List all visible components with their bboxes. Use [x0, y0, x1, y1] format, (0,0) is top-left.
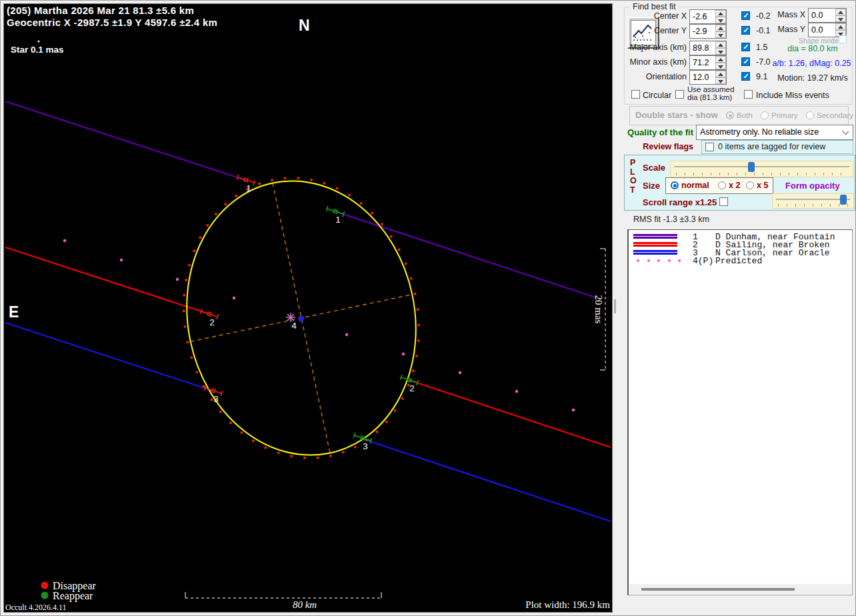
star-size-label: Star 0.1 mas: [11, 45, 64, 55]
chord-number-label: 1: [246, 183, 251, 193]
size-x2-radio[interactable]: [718, 181, 726, 189]
legend-swatch: [633, 257, 684, 264]
center-x-delta: -0.2: [756, 11, 771, 21]
spin-down-icon[interactable]: [715, 31, 726, 38]
double-stars-primary-label: Primary: [771, 111, 798, 119]
ellipse-dot: [401, 397, 403, 399]
orientation-delta: 9.1: [756, 72, 767, 81]
mass-y-label: Mass Y: [773, 25, 805, 34]
orientation-checkbox[interactable]: [741, 72, 750, 81]
spin-up-icon[interactable]: [715, 25, 726, 31]
double-stars-secondary-radio: [806, 111, 814, 119]
major-axis-input[interactable]: 89.8: [689, 41, 727, 55]
scale-slider[interactable]: [670, 161, 853, 177]
size-label: Size: [643, 181, 660, 191]
splitter-grip[interactable]: [614, 299, 616, 313]
minor-axis-input[interactable]: 71.2: [689, 55, 727, 70]
ellipse-dot: [417, 324, 419, 326]
fit-list-row[interactable]: 4(P) Predicted: [629, 257, 852, 265]
scroll-range-label: Scroll range x1.25: [643, 197, 717, 207]
center-x-checkbox[interactable]: [741, 11, 750, 20]
ellipse-dot: [317, 457, 319, 459]
motion-text: Motion: 19.27 km/s: [773, 73, 852, 83]
mass-x-input[interactable]: 0.0: [808, 8, 847, 23]
spin-down-icon[interactable]: [835, 15, 846, 22]
predicted-dot: [345, 333, 348, 336]
ellipse-dot: [415, 355, 417, 357]
ellipse-dot: [342, 451, 344, 453]
double-stars-title: Double stars - show: [635, 110, 718, 120]
scale-slider-thumb[interactable]: [748, 162, 755, 172]
size-x5-radio[interactable]: [746, 181, 754, 189]
include-miss-checkbox[interactable]: [744, 90, 753, 99]
disappear-dot-icon: [41, 582, 49, 589]
quality-label: Quality of the fit: [620, 127, 693, 137]
review-flags-text: 0 items are tagged for review: [718, 142, 825, 151]
ellipse-dot: [193, 250, 195, 252]
scroll-range-checkbox[interactable]: [719, 197, 728, 206]
center-x-input[interactable]: -2.6: [689, 9, 727, 24]
chord-number-label: 3: [363, 441, 368, 451]
form-opacity-slider-thumb[interactable]: [840, 195, 847, 205]
spin-up-icon[interactable]: [835, 9, 846, 15]
orientation-input[interactable]: 12.0: [689, 70, 727, 85]
double-stars-both-label: Both: [737, 111, 753, 119]
ellipse-dot: [390, 235, 392, 237]
form-opacity-slider[interactable]: [772, 193, 854, 209]
ellipse-dot: [354, 446, 356, 448]
spin-down-icon[interactable]: [715, 77, 726, 84]
spin-down-icon[interactable]: [715, 17, 726, 23]
north-label: N: [299, 17, 310, 34]
chord-number-label: 3: [213, 394, 219, 404]
orientation-label: Orientation: [620, 72, 687, 81]
center-y-input[interactable]: -2.9: [689, 24, 727, 39]
size-normal-radio[interactable]: [671, 181, 679, 189]
ellipse-dot: [211, 399, 213, 401]
predicted-dot: [63, 239, 66, 242]
ellipse-dot: [184, 325, 186, 327]
review-flags-label: Review flags: [633, 142, 693, 151]
minor-axis-label: Minor axis (km): [620, 57, 687, 67]
ellipse-dot: [277, 451, 279, 453]
ellipse-dot: [310, 179, 312, 181]
spin-down-icon[interactable]: [715, 48, 726, 55]
center-y-checkbox[interactable]: [741, 26, 750, 35]
find-best-fit-title: Find best fit: [630, 2, 679, 11]
circular-checkbox[interactable]: [631, 90, 640, 99]
fitted-center-dot: [299, 316, 305, 322]
ellipse-dot: [376, 431, 378, 433]
scrollbar-thumb[interactable]: [641, 588, 795, 591]
minor-axis-checkbox[interactable]: [741, 57, 750, 66]
predicted-dot: [402, 353, 405, 355]
predicted-dot: [515, 390, 518, 393]
ellipse-dot: [241, 431, 243, 433]
ellipse-dot: [394, 409, 396, 411]
dia-text: dia = 80.0 km: [773, 44, 852, 53]
ellipse-dot: [348, 194, 350, 196]
spin-up-icon[interactable]: [715, 56, 726, 63]
mass-x-label: Mass X: [773, 10, 805, 19]
spin-down-icon[interactable]: [715, 63, 726, 69]
spin-up-icon[interactable]: [715, 41, 726, 48]
ellipse-dot: [381, 223, 383, 225]
spin-up-icon[interactable]: [715, 71, 726, 77]
use-assumed-dia-checkbox[interactable]: [675, 90, 684, 99]
predicted-dot: [572, 409, 575, 411]
chord-number-label: 2: [409, 383, 415, 393]
legend-swatch: [633, 233, 677, 240]
review-flags-checkbox[interactable]: [705, 143, 714, 151]
ellipse-dot: [271, 179, 273, 181]
horizontal-scrollbar[interactable]: [629, 584, 851, 594]
spin-up-icon[interactable]: [715, 10, 726, 17]
scale-mas-label: 20 mas: [593, 295, 604, 324]
legend-swatch: [633, 241, 677, 248]
center-x-label: Center X: [644, 11, 687, 21]
occultation-plot[interactable]: 1122334 (205) Martha 2026 Mar 21 81.3 ±5…: [0, 0, 616, 616]
fit-list[interactable]: 1 D Dunham, near Fountain 2 D Sailing, n…: [627, 229, 853, 595]
spin-up-icon[interactable]: [835, 23, 846, 30]
size-radio-group: normal x 2 x 5: [665, 177, 773, 194]
star-size-dot: [38, 41, 40, 43]
major-axis-checkbox[interactable]: [741, 43, 750, 51]
quality-dropdown[interactable]: Astrometry only. No reliable size: [696, 125, 853, 140]
ellipse-dot: [225, 203, 227, 205]
